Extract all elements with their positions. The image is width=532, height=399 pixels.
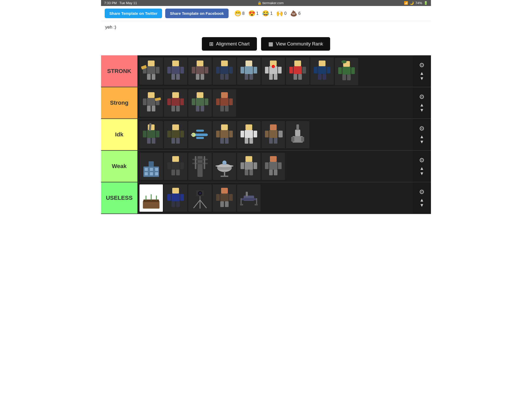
- list-item[interactable]: [188, 121, 212, 148]
- reaction-hands[interactable]: 🙌 0: [276, 10, 287, 17]
- svg-rect-110: [254, 131, 257, 137]
- tier-label-useless: USELESS: [101, 182, 137, 214]
- twitter-share-button[interactable]: Share Template on Twitter: [105, 9, 162, 18]
- reaction-love[interactable]: 😍 1: [248, 10, 259, 17]
- svg-rect-23: [220, 74, 224, 80]
- tier-label-stronk: STRONK: [101, 55, 137, 87]
- up-arrow-stronk[interactable]: ▲: [420, 71, 424, 76]
- tier-content-idk: [137, 119, 413, 150]
- up-arrow-weak[interactable]: ▲: [420, 166, 424, 171]
- gear-button-weak[interactable]: ⚙: [419, 157, 425, 164]
- list-item[interactable]: [164, 153, 187, 180]
- svg-point-174: [199, 192, 201, 195]
- svg-rect-49: [318, 74, 322, 80]
- list-item[interactable]: [164, 57, 187, 85]
- reaction-poop[interactable]: 💩 6: [290, 10, 301, 17]
- list-item[interactable]: [164, 121, 187, 148]
- svg-text:+: +: [273, 66, 274, 68]
- svg-rect-142: [204, 156, 205, 169]
- list-item[interactable]: [262, 121, 285, 148]
- reaction-happy[interactable]: 😁 8: [234, 10, 245, 17]
- list-item[interactable]: [139, 184, 163, 212]
- list-item[interactable]: [213, 184, 236, 212]
- happy-count: 8: [242, 11, 245, 16]
- gear-button-stronk[interactable]: ⚙: [419, 62, 425, 69]
- list-item[interactable]: [335, 58, 358, 85]
- svg-rect-115: [265, 131, 269, 137]
- down-arrow-useless[interactable]: ▼: [420, 203, 424, 208]
- list-item[interactable]: [237, 153, 261, 180]
- tier-controls-idk: ⚙ ▲ ▼: [413, 119, 431, 150]
- svg-rect-44: [298, 74, 302, 80]
- list-item[interactable]: [237, 57, 261, 85]
- list-item[interactable]: [237, 184, 261, 212]
- gear-button-idk[interactable]: ⚙: [419, 125, 425, 132]
- list-item[interactable]: +: [262, 57, 285, 85]
- down-arrow-idk[interactable]: ▼: [420, 139, 424, 144]
- svg-rect-91: [171, 130, 180, 138]
- battery-text: 74%: [415, 1, 422, 5]
- svg-rect-26: [245, 66, 253, 74]
- list-item[interactable]: [213, 153, 236, 180]
- down-arrow-weak[interactable]: ▼: [420, 171, 424, 176]
- svg-rect-37: [269, 74, 273, 80]
- down-arrow-strong[interactable]: ▼: [420, 108, 424, 112]
- list-item[interactable]: [164, 89, 187, 117]
- laugh-emoji: 😂: [262, 10, 269, 17]
- list-item[interactable]: [213, 57, 236, 85]
- svg-rect-135: [180, 162, 184, 169]
- list-item[interactable]: [164, 184, 187, 212]
- list-item[interactable]: [213, 89, 236, 117]
- up-arrow-useless[interactable]: ▲: [420, 198, 424, 202]
- alignment-chart-label: Alignment Chart: [216, 41, 250, 47]
- svg-rect-166: [172, 188, 179, 194]
- list-item[interactable]: [139, 153, 163, 180]
- svg-rect-76: [201, 106, 204, 111]
- up-arrow-idk[interactable]: ▲: [420, 134, 424, 139]
- list-item[interactable]: [262, 153, 285, 180]
- list-item[interactable]: [286, 57, 309, 85]
- tier-label-strong: Strong: [101, 87, 137, 118]
- svg-rect-82: [225, 106, 229, 111]
- svg-rect-59: [147, 98, 155, 106]
- list-item[interactable]: [139, 57, 163, 85]
- community-rank-button[interactable]: ▦ View Community Rank: [261, 37, 330, 51]
- svg-rect-20: [220, 66, 229, 74]
- alignment-chart-button[interactable]: ⊞ Alignment Chart: [202, 37, 257, 51]
- list-item[interactable]: [139, 121, 163, 148]
- svg-rect-60: [143, 98, 147, 105]
- svg-rect-98: [196, 137, 204, 139]
- svg-rect-55: [341, 60, 347, 63]
- status-bar-left: 7:33 PM Tue May 11: [104, 1, 137, 5]
- gear-button-useless[interactable]: ⚙: [419, 188, 425, 196]
- facebook-share-button[interactable]: Share Template on Facebook: [165, 9, 228, 18]
- tier-row-strong: Strong ⚙ ▲ ▼: [101, 87, 431, 119]
- svg-rect-5: [152, 74, 155, 80]
- svg-rect-111: [245, 138, 248, 144]
- svg-rect-29: [245, 74, 248, 80]
- list-item[interactable]: [188, 184, 212, 212]
- svg-rect-25: [245, 61, 252, 66]
- svg-rect-88: [152, 138, 155, 144]
- list-item[interactable]: [237, 121, 261, 148]
- svg-rect-72: [196, 98, 204, 106]
- list-item[interactable]: [139, 89, 163, 117]
- list-item[interactable]: [286, 121, 309, 148]
- list-item[interactable]: [188, 57, 212, 85]
- list-item[interactable]: [213, 121, 236, 148]
- gear-button-strong[interactable]: ⚙: [419, 93, 425, 101]
- tier-row-stronk: STRONK +: [101, 55, 431, 87]
- svg-rect-69: [171, 106, 175, 111]
- list-item[interactable]: [188, 153, 212, 180]
- community-icon: ▦: [268, 41, 273, 47]
- list-item[interactable]: [310, 57, 334, 85]
- svg-rect-53: [338, 67, 342, 74]
- svg-rect-127: [155, 168, 158, 171]
- reaction-laugh[interactable]: 😂 1: [262, 10, 272, 17]
- down-arrow-stronk[interactable]: ▼: [420, 76, 424, 81]
- list-item[interactable]: [188, 89, 212, 117]
- up-arrow-strong[interactable]: ▲: [420, 103, 424, 107]
- time: 7:33 PM: [104, 1, 117, 5]
- svg-rect-139: [192, 159, 208, 160]
- svg-rect-114: [269, 130, 277, 138]
